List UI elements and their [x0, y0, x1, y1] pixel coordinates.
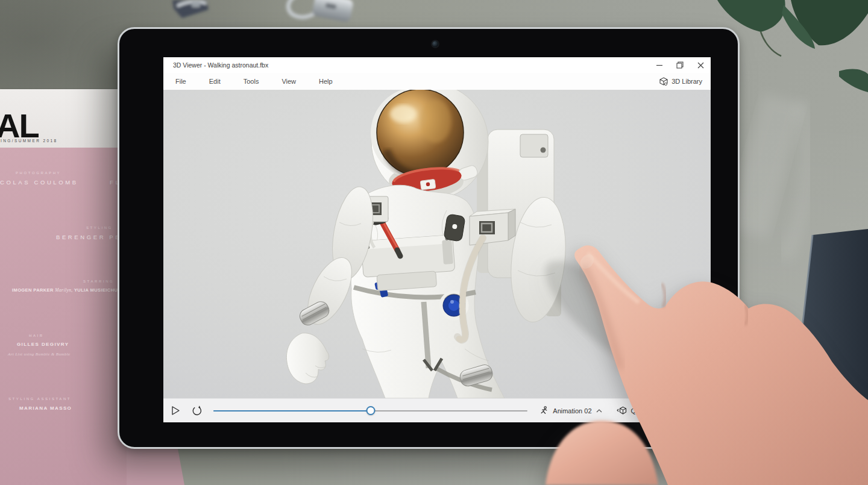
blurred-finger: [546, 421, 658, 485]
pointing-hand: [0, 0, 868, 485]
desk-scene: AL ING/SUMMER 2018 PHOTOGRAPHY COLAS COU…: [0, 0, 868, 485]
